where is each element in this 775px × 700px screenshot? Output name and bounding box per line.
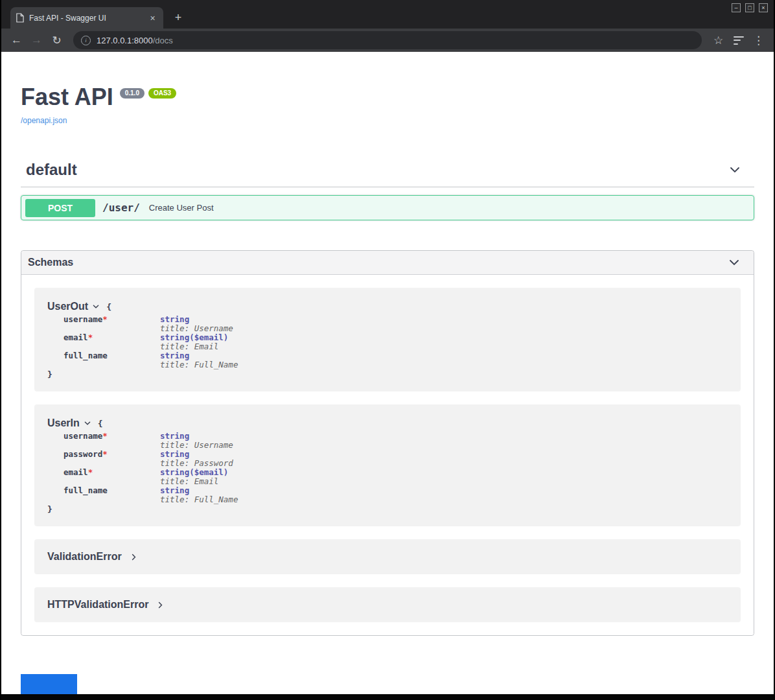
window-controls: – □ × bbox=[732, 3, 768, 12]
brace-close: } bbox=[47, 504, 728, 515]
schemas-body: UserOut { username* string title: Userna… bbox=[21, 275, 754, 635]
model-property: email* string($email) title: Email bbox=[64, 468, 728, 486]
forward-button[interactable]: → bbox=[28, 32, 45, 49]
required-star: * bbox=[102, 431, 108, 441]
model-property: username* string title: Username bbox=[64, 432, 728, 450]
schemas-section: Schemas UserOut { username* bbox=[21, 250, 754, 636]
status-blue-rect bbox=[21, 674, 77, 694]
required-star: * bbox=[88, 332, 93, 342]
model-title[interactable]: UserOut bbox=[47, 301, 88, 312]
url-path: /docs bbox=[153, 36, 173, 45]
reading-list-icon[interactable] bbox=[730, 32, 747, 49]
minimize-button[interactable]: – bbox=[732, 3, 741, 12]
required-star: * bbox=[102, 449, 108, 459]
model-property: username* string title: Username bbox=[64, 315, 728, 333]
endpoint-post-user[interactable]: POST /user/ Create User Post bbox=[21, 195, 754, 220]
tab-strip: Fast API - Swagger UI × + – □ × bbox=[1, 0, 774, 29]
tag-section-default[interactable]: default bbox=[21, 154, 754, 187]
bottom-screen-edge bbox=[1, 694, 774, 700]
endpoint-summary: Create User Post bbox=[149, 203, 214, 213]
reading-list-glyph bbox=[734, 36, 744, 45]
chevron-right-icon[interactable] bbox=[130, 553, 138, 561]
browser-menu-icon[interactable]: ⋮ bbox=[750, 32, 767, 49]
page-title: Fast API bbox=[21, 84, 113, 110]
model-property: full_name string title: Full_Name bbox=[64, 351, 728, 369]
model-userin: UserIn { username* string title: Usernam… bbox=[34, 404, 741, 526]
address-bar[interactable]: i 127.0.0.1:8000/docs bbox=[73, 31, 702, 49]
back-button[interactable]: ← bbox=[8, 32, 25, 49]
browser-window: Fast API - Swagger UI × + – □ × ← → ↻ i … bbox=[0, 0, 775, 700]
chevron-right-icon[interactable] bbox=[156, 601, 165, 609]
http-method-badge: POST bbox=[25, 199, 95, 217]
model-title[interactable]: UserIn bbox=[47, 417, 80, 429]
url-host: 127.0.0.1:8000 bbox=[97, 36, 153, 45]
chevron-down-icon[interactable] bbox=[92, 303, 100, 310]
close-button[interactable]: × bbox=[759, 3, 768, 12]
model-title: ValidationError bbox=[47, 551, 122, 563]
bookmark-star-icon[interactable]: ☆ bbox=[710, 32, 727, 49]
tag-label: default bbox=[26, 161, 77, 179]
new-tab-button[interactable]: + bbox=[170, 9, 187, 26]
model-validationerror[interactable]: ValidationError bbox=[34, 539, 741, 574]
chevron-down-icon[interactable] bbox=[728, 163, 741, 176]
chevron-down-icon[interactable] bbox=[728, 256, 741, 269]
required-star: * bbox=[102, 314, 108, 324]
oas3-badge: OAS3 bbox=[148, 88, 176, 99]
model-property: password* string title: Password bbox=[64, 450, 728, 468]
endpoint-path: /user/ bbox=[102, 202, 140, 214]
model-title: HTTPValidationError bbox=[47, 599, 148, 611]
browser-toolbar: ← → ↻ i 127.0.0.1:8000/docs ☆ ⋮ bbox=[1, 29, 774, 52]
brace-open: { bbox=[98, 419, 103, 428]
schemas-header[interactable]: Schemas bbox=[21, 251, 754, 275]
badges: 0.1.0 OAS3 bbox=[120, 88, 176, 99]
version-badge: 0.1.0 bbox=[120, 88, 145, 99]
model-userout: UserOut { username* string title: Userna… bbox=[34, 288, 741, 391]
required-star: * bbox=[88, 467, 93, 477]
site-info-icon[interactable]: i bbox=[81, 36, 91, 45]
schemas-title: Schemas bbox=[28, 257, 73, 268]
brace-open: { bbox=[106, 302, 111, 312]
maximize-button[interactable]: □ bbox=[745, 3, 754, 12]
chevron-down-icon[interactable] bbox=[84, 419, 91, 427]
openapi-spec-link[interactable]: /openapi.json bbox=[21, 116, 67, 125]
reload-button[interactable]: ↻ bbox=[48, 32, 65, 49]
browser-tab[interactable]: Fast API - Swagger UI × bbox=[10, 7, 163, 29]
model-property: email* string($email) title: Email bbox=[64, 333, 728, 351]
model-httpvalidationerror[interactable]: HTTPValidationError bbox=[34, 587, 741, 622]
tab-close-icon[interactable]: × bbox=[147, 12, 158, 23]
model-property: full_name string title: Full_Name bbox=[64, 486, 728, 504]
page-favicon-icon bbox=[16, 13, 24, 23]
page-content: Fast API 0.1.0 OAS3 /openapi.json defaul… bbox=[1, 52, 774, 700]
tab-title: Fast API - Swagger UI bbox=[29, 14, 142, 23]
url-text: 127.0.0.1:8000/docs bbox=[97, 34, 173, 46]
api-info: Fast API 0.1.0 OAS3 /openapi.json bbox=[21, 52, 754, 126]
brace-close: } bbox=[47, 369, 728, 380]
